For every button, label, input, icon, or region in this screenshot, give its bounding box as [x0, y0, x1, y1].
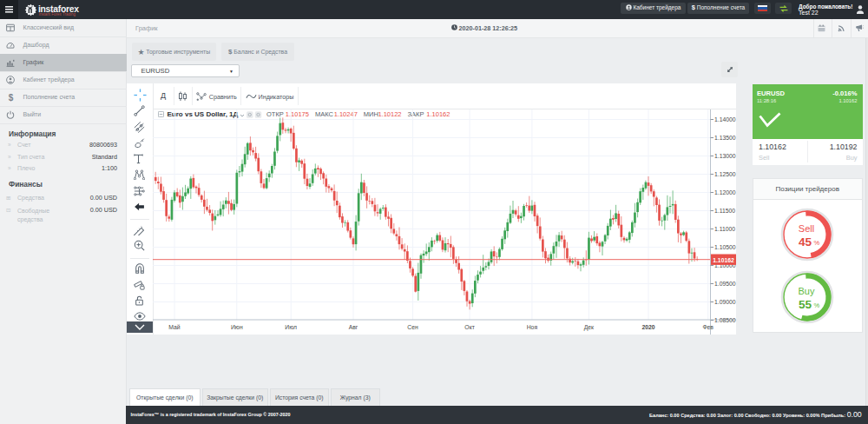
svg-text:Май: Май — [168, 324, 181, 330]
svg-text:1.10162: 1.10162 — [713, 257, 734, 263]
svg-text:1.09000: 1.09000 — [714, 299, 736, 305]
svg-text:1.10500: 1.10500 — [714, 244, 736, 250]
svg-text:Июл: Июл — [285, 324, 297, 330]
svg-text:%: % — [813, 238, 819, 246]
svg-text:Buy: Buy — [798, 286, 814, 296]
svg-text:Окт: Окт — [464, 324, 474, 330]
svg-text:1.12000: 1.12000 — [714, 189, 736, 195]
svg-text:Фев: Фев — [702, 324, 713, 330]
svg-text:45: 45 — [799, 235, 812, 248]
svg-text:Дек: Дек — [584, 324, 594, 331]
svg-text:1.08500: 1.08500 — [714, 317, 736, 323]
svg-text:1.11500: 1.11500 — [714, 208, 735, 214]
svg-text:1.11000: 1.11000 — [714, 226, 735, 232]
svg-text:1.14000: 1.14000 — [714, 116, 736, 123]
svg-text:1.12500: 1.12500 — [714, 171, 736, 177]
svg-text:Сен: Сен — [407, 324, 418, 330]
svg-text:Авг: Авг — [349, 324, 358, 330]
svg-text:Июн: Июн — [231, 324, 243, 330]
svg-text:2020: 2020 — [641, 324, 654, 330]
svg-text:1.09500: 1.09500 — [714, 281, 736, 287]
svg-text:Ноя: Ноя — [527, 324, 538, 330]
svg-text:%: % — [813, 301, 819, 309]
svg-text:1.13000: 1.13000 — [714, 153, 736, 159]
svg-text:1.13500: 1.13500 — [714, 135, 736, 141]
svg-text:55: 55 — [799, 298, 812, 311]
svg-text:Sell: Sell — [799, 223, 814, 234]
